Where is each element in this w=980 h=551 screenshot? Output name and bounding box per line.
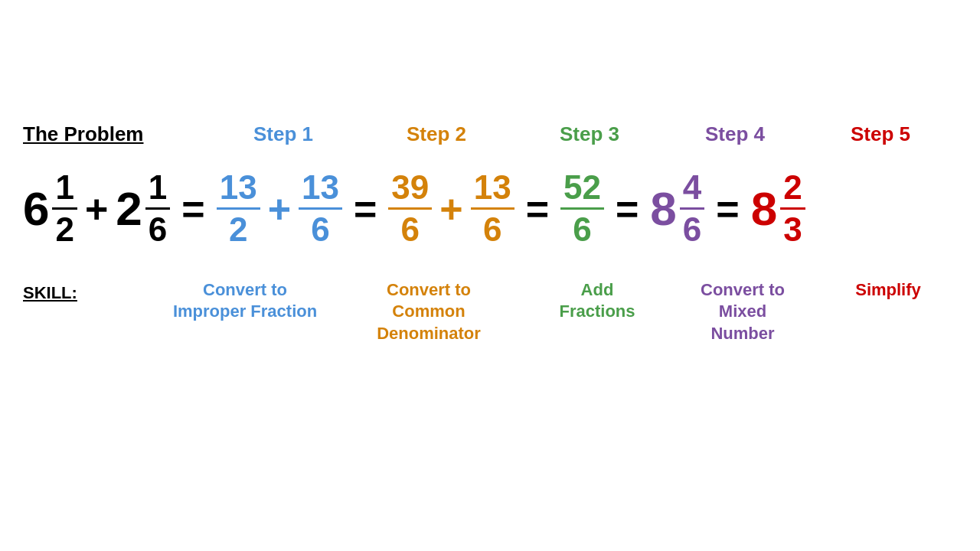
equals-5: = — [716, 186, 739, 232]
step3-fraction: 52 6 — [560, 169, 604, 249]
whole-1: 6 — [23, 181, 49, 236]
step1-fraction-2: 13 6 — [299, 169, 342, 249]
skill1-desc: Convert toImproper Fraction — [168, 279, 322, 323]
step2-fraction-2: 13 6 — [471, 169, 514, 249]
skill3-desc: AddFractions — [544, 279, 651, 323]
frac2-denominator: 6 — [145, 210, 170, 248]
frac1-denominator: 2 — [52, 210, 77, 248]
whole-2: 2 — [116, 181, 142, 236]
step4-label: Step 4 — [681, 122, 789, 146]
equals-2: = — [354, 186, 377, 232]
frac1-numerator: 1 — [52, 169, 77, 210]
mixed-number-1: 6 1 2 — [23, 169, 77, 249]
plus-operator-1: + — [85, 186, 108, 232]
step1-frac1-num: 13 — [217, 169, 260, 210]
step4-whole: 8 — [650, 181, 676, 236]
step2-label: Step 2 — [375, 122, 498, 146]
step1-label: Step 1 — [222, 122, 345, 146]
equals-3: = — [526, 186, 549, 232]
math-expression-row: 6 1 2 + 2 1 6 = 13 2 + 13 6 = — [15, 169, 965, 249]
plus-operator-3: + — [439, 186, 462, 232]
skill-row: SKILL: Convert toImproper Fraction Conve… — [15, 279, 965, 345]
plus-operator-2: + — [268, 186, 291, 232]
step5-whole: 8 — [751, 181, 777, 236]
step2-frac2-den: 6 — [480, 210, 505, 248]
step-labels-row: The Problem Step 1 Step 2 Step 3 Step 4 … — [15, 122, 965, 146]
step1-frac1-den: 2 — [226, 210, 250, 248]
fraction-1: 1 2 — [52, 169, 77, 249]
step3-den: 6 — [570, 210, 594, 248]
skill4-desc: Convert to MixedNumber — [681, 279, 804, 345]
step4-den: 6 — [680, 210, 704, 248]
step4-mixed: 8 4 6 — [650, 169, 704, 249]
step3-num: 52 — [560, 169, 604, 210]
equals-4: = — [616, 186, 639, 232]
equals-1: = — [181, 186, 204, 232]
frac2-numerator: 1 — [145, 169, 170, 210]
step2-frac1-den: 6 — [398, 210, 423, 248]
step1-fraction-1: 13 2 — [217, 169, 260, 249]
step1-frac2-den: 6 — [308, 210, 332, 248]
skill2-desc: Convert to CommonDenominator — [352, 279, 505, 345]
step2-frac2-num: 13 — [471, 169, 514, 210]
step5-label: Step 5 — [835, 122, 926, 146]
step4-fraction: 4 6 — [680, 169, 704, 249]
fraction-2: 1 6 — [145, 169, 170, 249]
step5-den: 3 — [780, 210, 805, 248]
problem-label: The Problem — [23, 122, 207, 146]
mixed-number-2: 2 1 6 — [116, 169, 170, 249]
skill5-desc: Simplify — [842, 279, 934, 302]
main-container: The Problem Step 1 Step 2 Step 3 Step 4 … — [15, 122, 965, 345]
step5-fraction: 2 3 — [780, 169, 805, 249]
step2-frac1-num: 39 — [388, 169, 432, 210]
step5-num: 2 — [780, 169, 805, 210]
step5-mixed: 8 2 3 — [751, 169, 805, 249]
skill-label: SKILL: — [23, 279, 145, 303]
step3-label: Step 3 — [544, 122, 635, 146]
step4-num: 4 — [680, 169, 704, 210]
step2-fraction-1: 39 6 — [388, 169, 432, 249]
step1-frac2-num: 13 — [299, 169, 342, 210]
